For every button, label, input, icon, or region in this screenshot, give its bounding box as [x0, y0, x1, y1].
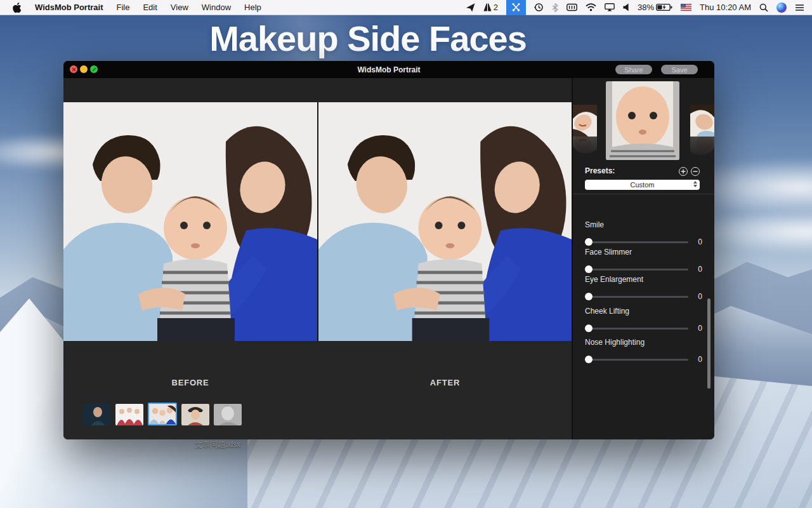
- time-machine-status-item[interactable]: [534, 0, 544, 15]
- volume-icon: [623, 3, 629, 11]
- battery-icon: [656, 3, 672, 11]
- after-photo: [318, 102, 572, 341]
- desktop: Makeup Side Faces 文章问题.xlsx WidsMob Port…: [0, 0, 812, 508]
- preset-selected-value: Custom: [631, 181, 655, 189]
- face-carousel-right[interactable]: [690, 105, 714, 161]
- menu-window[interactable]: Window: [202, 3, 231, 12]
- airplay-icon: [605, 3, 615, 11]
- minimize-button[interactable]: [80, 65, 88, 73]
- face-slimmer-slider[interactable]: [585, 269, 688, 271]
- nose-highlighting-value: 0: [698, 355, 702, 364]
- close-button[interactable]: [70, 65, 77, 73]
- notification-center-item[interactable]: [795, 0, 804, 15]
- nose-highlighting-slider[interactable]: [585, 359, 688, 361]
- menu-app-name[interactable]: WidsMob Portrait: [35, 3, 103, 12]
- save-button[interactable]: Save: [661, 65, 698, 74]
- minus-icon: [693, 169, 698, 174]
- menu-clock[interactable]: Thu 10:20 AM: [700, 3, 751, 12]
- slider-group-smile: Smile 0: [585, 220, 702, 246]
- face-slimmer-value: 0: [698, 265, 702, 274]
- eye-enlargement-slider-knob[interactable]: [585, 293, 593, 300]
- menu-view[interactable]: View: [171, 3, 188, 12]
- slider-label: Smile: [585, 220, 702, 229]
- preset-dropdown[interactable]: Custom: [585, 180, 700, 190]
- drone-status-item-active[interactable]: [506, 0, 526, 15]
- eye-enlargement-slider[interactable]: [585, 296, 688, 298]
- bluetooth-status-item[interactable]: [552, 0, 558, 15]
- dropdown-stepper-icon: [693, 181, 697, 187]
- panel-scrollbar[interactable]: [707, 298, 710, 389]
- adobe-icon: [483, 3, 492, 11]
- smile-slider-knob[interactable]: [585, 238, 593, 246]
- adobe-badge: 2: [494, 3, 498, 12]
- smile-value: 0: [698, 237, 702, 246]
- before-photo: [63, 102, 317, 341]
- face-carousel-left[interactable]: [573, 105, 597, 161]
- slider-label: Nose Highlighting: [585, 338, 702, 347]
- filmstrip-thumb-5[interactable]: [214, 404, 242, 425]
- before-label: BEFORE: [63, 378, 317, 387]
- drone-icon: [511, 3, 521, 12]
- reflection-fade: [690, 137, 714, 161]
- menu-file[interactable]: File: [117, 3, 130, 12]
- add-preset-button[interactable]: [679, 167, 688, 176]
- smile-slider[interactable]: [585, 241, 688, 243]
- filmstrip-thumb-3-selected[interactable]: [148, 403, 177, 425]
- search-icon: [759, 3, 768, 12]
- menu-bar: WidsMob Portrait File Edit View Window H…: [0, 0, 812, 15]
- airplay-status-item[interactable]: [605, 0, 615, 15]
- menu-help[interactable]: Help: [244, 3, 261, 12]
- wifi-status-item[interactable]: [586, 0, 596, 15]
- slider-group-face-slimmer: Face Slimmer 0: [585, 248, 702, 274]
- reflection-fade: [573, 137, 597, 161]
- fullscreen-icon: [92, 67, 96, 72]
- cheek-lifting-slider-knob[interactable]: [585, 324, 593, 332]
- menu-edit[interactable]: Edit: [143, 3, 157, 12]
- apple-icon: [13, 3, 22, 13]
- battery-percent: 38%: [638, 3, 654, 12]
- zoom-button[interactable]: [90, 65, 98, 73]
- input-source-item[interactable]: [681, 0, 691, 15]
- plus-icon: [681, 169, 686, 174]
- volume-status-item[interactable]: [623, 0, 629, 15]
- panel-separator: [573, 194, 714, 194]
- presets-label: Presets:: [585, 166, 615, 175]
- cheek-lifting-slider[interactable]: [585, 328, 688, 330]
- slider-label: Eye Enlargement: [585, 275, 702, 284]
- filmstrip-thumb-1[interactable]: [82, 404, 110, 425]
- desktop-file-label[interactable]: 文章问题.xlsx: [195, 439, 240, 450]
- widsmob-portrait-window: WidsMob Portrait Share Save BEFORE AFTER: [63, 61, 714, 439]
- remove-preset-button[interactable]: [691, 167, 700, 176]
- adjustment-panel: Presets: Custom Smile 0: [573, 78, 714, 439]
- after-label: AFTER: [318, 378, 572, 387]
- wallpaper-title: Makeup Side Faces: [0, 18, 736, 59]
- spotlight-item[interactable]: [759, 0, 768, 15]
- nose-highlighting-slider-knob[interactable]: [585, 356, 593, 363]
- send-status-item[interactable]: [466, 0, 475, 15]
- us-flag-icon: [681, 4, 691, 11]
- top-toolbar-strip: [63, 78, 572, 102]
- send-icon: [466, 3, 475, 12]
- filmstrip-thumb-2[interactable]: [115, 404, 143, 425]
- keyboard-status-item[interactable]: [566, 0, 577, 15]
- battery-status-item[interactable]: 38%: [638, 0, 672, 15]
- slider-label: Cheek Lifting: [585, 307, 702, 316]
- share-button[interactable]: Share: [615, 65, 652, 74]
- time-machine-icon: [534, 3, 544, 12]
- cheek-lifting-value: 0: [698, 324, 702, 333]
- bluetooth-icon: [552, 3, 558, 12]
- face-carousel-selected[interactable]: [606, 81, 679, 160]
- face-slimmer-slider-knob[interactable]: [585, 265, 593, 273]
- eye-enlargement-value: 0: [698, 292, 702, 301]
- keyboard-viewer-icon: [566, 3, 577, 11]
- slider-label: Face Slimmer: [585, 248, 702, 257]
- wifi-icon: [586, 3, 596, 11]
- adobe-status-item[interactable]: 2: [483, 0, 498, 15]
- siri-icon[interactable]: [776, 3, 787, 13]
- slider-group-eye-enlargement: Eye Enlargement 0: [585, 275, 702, 301]
- close-icon: [72, 67, 76, 72]
- apple-menu[interactable]: [13, 3, 22, 13]
- notification-center-icon: [795, 4, 804, 11]
- filmstrip-thumb-4[interactable]: [181, 404, 209, 425]
- slider-group-nose-highlighting: Nose Highlighting 0: [585, 338, 702, 364]
